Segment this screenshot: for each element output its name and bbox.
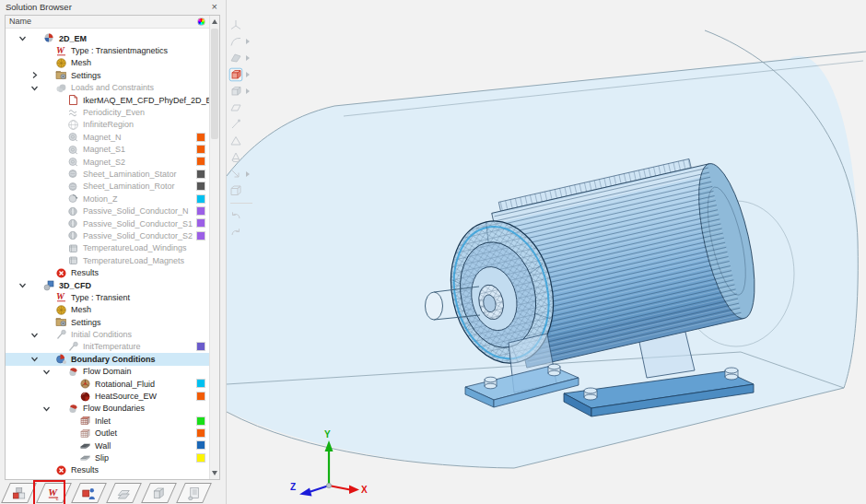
pick-tool-icon[interactable] <box>228 166 254 182</box>
scroll-down-icon[interactable] <box>212 471 217 475</box>
color-chip[interactable] <box>196 440 205 450</box>
surface-tool-icon[interactable] <box>228 50 254 66</box>
axis-z-label: Z <box>290 482 296 492</box>
svg-text:W: W <box>56 291 65 301</box>
chevron-down-icon[interactable] <box>41 368 51 376</box>
tree-item-outlet[interactable]: Outlet <box>6 428 209 440</box>
tree-item-3d-cfd[interactable]: 3D_CFD <box>6 279 209 291</box>
color-chip[interactable] <box>196 194 205 204</box>
cone-tool-icon[interactable] <box>228 149 254 166</box>
color-chip[interactable] <box>196 392 205 401</box>
chevron-down-icon[interactable] <box>18 34 27 42</box>
tree-item-settings[interactable]: Settings <box>6 316 209 328</box>
tab-box[interactable] <box>141 483 177 503</box>
chevron-right-icon[interactable] <box>29 71 39 79</box>
tree-item-loads-and-constraints[interactable]: Loads and Constraints <box>6 82 209 94</box>
chevron-down-icon[interactable] <box>29 84 39 92</box>
cubes-icon <box>12 486 26 500</box>
tree-item-inittemperature[interactable]: InitTemperature <box>6 341 209 353</box>
scroll-up-icon[interactable] <box>212 19 217 24</box>
color-chip[interactable] <box>196 428 205 438</box>
arc-tool-icon[interactable] <box>228 33 254 50</box>
tree-item-passive-solid-conductor-s1[interactable]: Passive_Solid_Conductor_S1 <box>6 217 209 229</box>
volume-tool-icon[interactable] <box>228 66 254 83</box>
wire-cube-tool-icon[interactable] <box>228 182 254 199</box>
color-chip[interactable] <box>196 145 205 154</box>
tree-item-passive-solid-conductor-n[interactable]: Passive_Solid_Conductor_N <box>6 205 209 217</box>
tree-item-label: Initial Conditions <box>71 330 132 339</box>
tree-item-flow-boundaries[interactable]: Flow Boundaries <box>6 403 209 415</box>
tree-item-flow-domain[interactable]: Flow Domain <box>6 366 209 378</box>
tree-item-initial-conditions[interactable]: Initial Conditions <box>6 328 209 340</box>
color-chip[interactable] <box>196 231 205 240</box>
color-chip[interactable] <box>196 379 205 388</box>
sheets-icon <box>117 486 131 500</box>
tab-materials[interactable] <box>71 483 107 503</box>
triangle-tool-icon[interactable] <box>228 133 254 149</box>
tree-item-2d-em[interactable]: 2D_EM <box>6 32 209 44</box>
tree-item-label: Sheet_Lamination_Stator <box>83 170 177 179</box>
tree-item-label: Periodicity_Even <box>83 108 145 117</box>
flyout-arrow-icon[interactable] <box>246 88 250 94</box>
tree-item-passive-solid-conductor-s2[interactable]: Passive_Solid_Conductor_S2 <box>6 229 209 241</box>
tree-scrollbar[interactable] <box>209 16 219 479</box>
tree-item-mesh[interactable]: Mesh <box>6 57 209 69</box>
orientation-tool-icon[interactable] <box>228 17 254 33</box>
tab-sheets[interactable] <box>106 483 142 503</box>
color-chip[interactable] <box>196 133 205 142</box>
tree-item-inlet[interactable]: Inlet <box>6 415 209 427</box>
tree-item-mesh[interactable]: Mesh <box>6 304 209 316</box>
box-tool-icon[interactable] <box>228 83 254 100</box>
tree-item-magnet-n[interactable]: Magnet_N <box>6 131 209 143</box>
plane-tool-icon[interactable] <box>228 100 254 116</box>
chevron-down-icon[interactable] <box>29 355 39 363</box>
tree-item-heatsource-ew[interactable]: HeatSource_EW <box>6 390 209 402</box>
flyout-arrow-icon[interactable] <box>246 171 250 177</box>
tree-item-boundary-conditions[interactable]: Boundary Conditions <box>6 353 209 365</box>
flyout-arrow-icon[interactable] <box>246 55 250 61</box>
chevron-down-icon[interactable] <box>29 331 39 339</box>
color-wheel-icon[interactable] <box>197 18 205 26</box>
tree-item-ikermaq-em-cfd-phydef-2d-em[interactable]: IkerMAQ_EM_CFD_PhyDef_2D_EM <box>6 94 209 106</box>
tree-item-settings[interactable]: Settings <box>6 69 209 81</box>
color-chip[interactable] <box>196 170 205 179</box>
close-icon[interactable]: × <box>212 1 217 12</box>
color-chip[interactable] <box>196 218 205 228</box>
tree-item-magnet-s2[interactable]: Magnet_S2 <box>6 156 209 168</box>
color-chip[interactable] <box>196 342 205 351</box>
tree-item-rotational-fluid[interactable]: Rotational_Fluid <box>6 378 209 390</box>
tree-item-results[interactable]: Results <box>6 266 209 278</box>
tree-item-infiniteregion[interactable]: InfiniteRegion <box>6 119 209 131</box>
chevron-down-icon[interactable] <box>41 404 51 413</box>
tree-item-sheet-lamination-stator[interactable]: Sheet_Lamination_Stator <box>6 168 209 180</box>
tree-item-wall[interactable]: Wall <box>6 440 209 451</box>
color-chip[interactable] <box>196 453 205 463</box>
scrollbar-thumb[interactable] <box>211 29 218 139</box>
tree-item-periodicity-even[interactable]: Periodicity_Even <box>6 106 209 118</box>
color-chip[interactable] <box>196 206 205 216</box>
tree-item-temperatureload-magnets[interactable]: TemperatureLoad_Magnets <box>6 254 209 266</box>
tree-item-temperatureload-windings[interactable]: TemperatureLoad_Windings <box>6 242 209 254</box>
tab-script[interactable] <box>176 483 212 503</box>
color-chip[interactable] <box>196 182 205 191</box>
tree-item-slip[interactable]: Slip <box>6 451 209 463</box>
undo-tool-icon[interactable] <box>228 207 254 224</box>
tree-item-type-transientmagnetics[interactable]: WType : Transientmagnetics <box>6 44 209 56</box>
tree-item-label: Rotational_Fluid <box>95 380 155 389</box>
graphics-viewport[interactable]: Y X Z <box>227 0 866 504</box>
flyout-arrow-icon[interactable] <box>246 39 250 44</box>
color-chip[interactable] <box>196 157 205 166</box>
flyout-arrow-icon[interactable] <box>246 72 250 77</box>
tree-item-results[interactable]: Results <box>6 464 209 476</box>
physics-def-icon <box>67 94 79 106</box>
chevron-down-icon[interactable] <box>18 281 27 289</box>
tab-geometry[interactable] <box>1 483 37 503</box>
tree-item-sheet-lamination-rotor[interactable]: Sheet_Lamination_Rotor <box>6 181 209 193</box>
tree-item-type-transient[interactable]: WType : Transient <box>6 291 209 303</box>
tree-item-magnet-s1[interactable]: Magnet_S1 <box>6 144 209 156</box>
tab-em-solution[interactable]: Wc <box>36 483 72 503</box>
redo-tool-icon[interactable] <box>228 224 254 240</box>
color-chip[interactable] <box>196 416 205 426</box>
tree-item-motion-z[interactable]: Motion_Z <box>6 193 209 205</box>
line-tool-icon[interactable] <box>228 116 254 133</box>
